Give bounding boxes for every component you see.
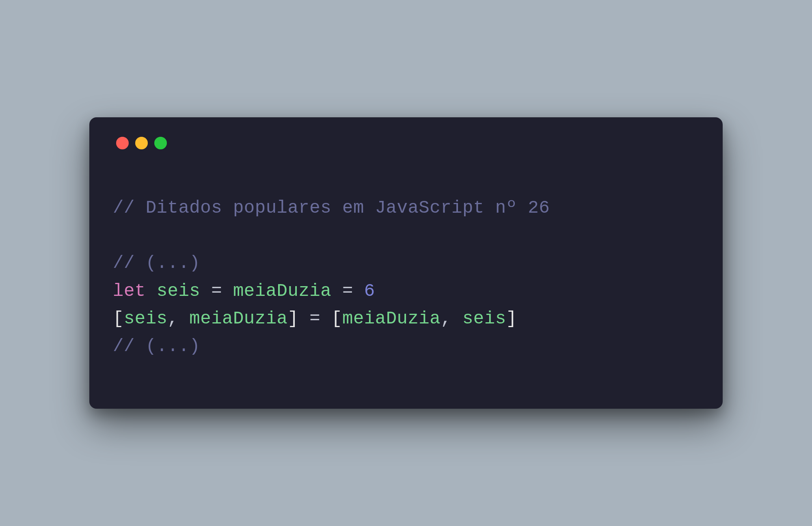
- identifier-seis: seis: [462, 308, 506, 329]
- identifier-meiaduzia: meiaDuzia: [189, 308, 287, 329]
- traffic-lights: [113, 137, 699, 149]
- code-comment-title: // Ditados populares em JavaScript nº 26: [113, 198, 550, 218]
- number-literal-six: 6: [364, 281, 375, 301]
- identifier-seis: seis: [157, 281, 201, 301]
- comma: ,: [441, 308, 451, 329]
- code-window: // Ditados populares em JavaScript nº 26…: [89, 117, 723, 409]
- keyword-let: let: [113, 281, 146, 301]
- identifier-meiaduzia: meiaDuzia: [233, 281, 331, 301]
- code-block: // Ditados populares em JavaScript nº 26…: [113, 194, 699, 360]
- code-comment-ellipsis-top: // (...): [113, 253, 200, 273]
- bracket-close: ]: [287, 308, 298, 329]
- close-icon[interactable]: [116, 137, 129, 149]
- zoom-icon[interactable]: [154, 137, 167, 149]
- identifier-seis: seis: [124, 308, 168, 329]
- code-comment-ellipsis-bottom: // (...): [113, 336, 200, 356]
- operator-equals: =: [342, 281, 353, 301]
- bracket-close: ]: [506, 308, 517, 329]
- minimize-icon[interactable]: [135, 137, 148, 149]
- operator-equals: =: [211, 281, 222, 301]
- operator-equals: =: [309, 308, 320, 329]
- bracket-open: [: [113, 308, 124, 329]
- comma: ,: [168, 308, 179, 329]
- bracket-open: [: [331, 308, 342, 329]
- identifier-meiaduzia: meiaDuzia: [342, 308, 441, 329]
